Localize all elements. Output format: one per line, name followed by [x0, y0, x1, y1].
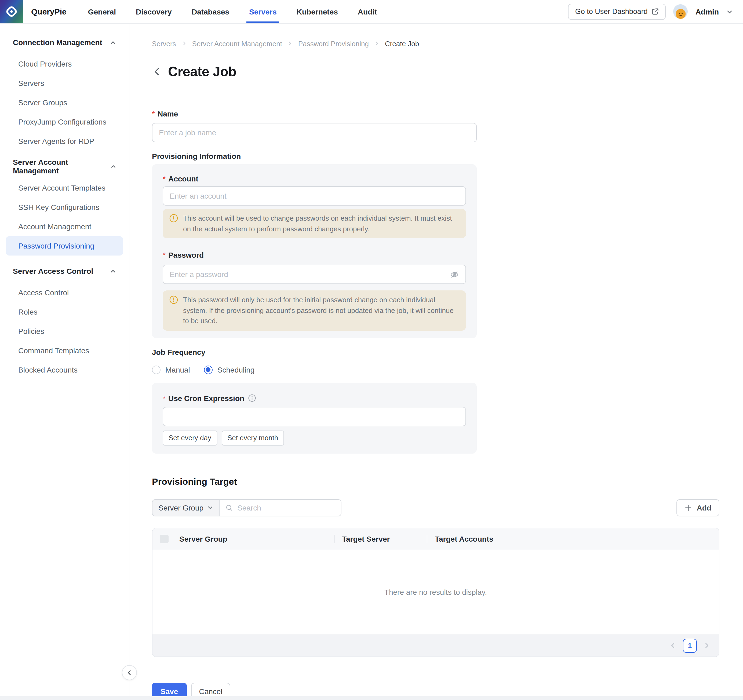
go-to-user-dashboard-label: Go to User Dashboard	[575, 7, 648, 16]
top-bar: QueryPie General Discovery Databases Ser…	[0, 0, 743, 24]
sidebar-section-server-account-management: Server Account Management Server Account…	[0, 161, 129, 256]
chevron-down-icon	[207, 505, 213, 511]
radio-option-manual[interactable]: Manual	[152, 365, 190, 374]
table-header-server-group[interactable]: Server Group	[179, 528, 334, 549]
required-asterisk: *	[152, 109, 155, 118]
table-body: There are no results to display.	[152, 550, 719, 634]
set-every-month-button[interactable]: Set every month	[222, 430, 284, 445]
sidebar-header-connection-management[interactable]: Connection Management	[0, 37, 129, 48]
radio-option-scheduling[interactable]: Scheduling	[204, 365, 255, 374]
password-label-text: Password	[168, 250, 204, 259]
sidebar-header-label: Connection Management	[13, 38, 102, 47]
main-content: Servers Server Account Management Passwo…	[130, 23, 743, 700]
topbar-divider	[77, 6, 77, 17]
nav-databases[interactable]: Databases	[192, 0, 229, 23]
sidebar-item-cloud-providers[interactable]: Cloud Providers	[6, 54, 123, 74]
page-title-row: Create Job	[152, 63, 719, 80]
sidebar-item-access-control[interactable]: Access Control	[6, 283, 123, 302]
breadcrumb: Servers Server Account Management Passwo…	[152, 38, 719, 48]
account-warning: This account will be used to change pass…	[163, 209, 466, 238]
table-pagination: 1	[152, 634, 719, 656]
radio-scheduling-label: Scheduling	[218, 365, 255, 374]
breadcrumb-password-provisioning[interactable]: Password Provisioning	[298, 40, 369, 47]
sidebar-item-server-groups[interactable]: Server Groups	[6, 93, 123, 112]
table-header-checkbox-cell	[152, 528, 179, 549]
nav-audit[interactable]: Audit	[358, 0, 377, 23]
job-name-input[interactable]	[159, 128, 470, 137]
avatar-smiley-icon	[675, 8, 687, 19]
set-every-day-button[interactable]: Set every day	[163, 430, 217, 445]
add-target-button[interactable]: Add	[676, 499, 719, 516]
go-to-user-dashboard-button[interactable]: Go to User Dashboard	[568, 3, 666, 19]
table-header-row: Server Group Target Server Target Accoun…	[152, 528, 719, 550]
radio-manual-circle[interactable]	[152, 365, 160, 374]
sidebar-header-server-account-management[interactable]: Server Account Management	[0, 161, 129, 172]
nav-servers[interactable]: Servers	[249, 0, 277, 23]
sidebar-item-roles[interactable]: Roles	[6, 302, 123, 321]
provisioning-information-heading: Provisioning Information	[152, 152, 477, 161]
breadcrumb-server-account-management[interactable]: Server Account Management	[192, 40, 282, 47]
empty-results-text: There are no results to display.	[384, 588, 487, 596]
pagination-prev-button[interactable]	[669, 642, 676, 649]
sidebar-item-blocked-accounts[interactable]: Blocked Accounts	[6, 360, 123, 379]
password-input[interactable]	[170, 270, 450, 278]
sidebar: Connection Management Cloud Providers Se…	[0, 23, 129, 696]
radio-manual-label: Manual	[165, 365, 190, 374]
sidebar-item-ssh-key-configurations[interactable]: SSH Key Configurations	[6, 198, 123, 217]
nav-kubernetes[interactable]: Kubernetes	[297, 0, 338, 23]
querypie-logo-icon	[5, 5, 18, 18]
select-all-checkbox[interactable]	[160, 534, 169, 543]
sidebar-header-server-access-control[interactable]: Server Access Control	[0, 266, 129, 277]
cancel-button[interactable]: Cancel	[191, 682, 230, 700]
target-search-input[interactable]	[237, 503, 335, 512]
breadcrumb-servers[interactable]: Servers	[152, 40, 176, 47]
cron-label-row: * Use Cron Expression	[163, 393, 466, 403]
sidebar-section-connection-management: Connection Management Cloud Providers Se…	[0, 37, 129, 151]
nav-general[interactable]: General	[88, 0, 116, 23]
sidebar-collapse-button[interactable]	[122, 665, 137, 680]
warning-circle-icon	[169, 214, 178, 223]
info-circle-icon[interactable]	[248, 394, 256, 402]
table-header-target-server[interactable]: Target Server	[334, 528, 427, 549]
account-warning-text: This account will be used to change pass…	[183, 213, 460, 234]
account-input[interactable]	[170, 192, 459, 200]
chevron-up-icon	[110, 40, 116, 45]
account-input-wrapper	[163, 186, 466, 206]
cron-expression-panel: * Use Cron Expression Set every day Set …	[152, 382, 477, 453]
form-actions: Save Cancel	[152, 682, 719, 700]
sidebar-item-password-provisioning[interactable]: Password Provisioning	[6, 236, 123, 256]
job-frequency-options: Manual Scheduling	[152, 364, 477, 375]
search-field-select[interactable]: Server Group	[152, 499, 219, 516]
sidebar-item-account-management[interactable]: Account Management	[6, 217, 123, 236]
back-button[interactable]	[152, 66, 162, 77]
nav-discovery[interactable]: Discovery	[136, 0, 172, 23]
user-menu-chevron-down-icon[interactable]	[726, 8, 733, 15]
sidebar-item-proxyjump-configurations[interactable]: ProxyJump Configurations	[6, 112, 123, 132]
pagination-next-button[interactable]	[703, 642, 710, 649]
radio-scheduling-circle[interactable]	[204, 365, 213, 374]
eye-off-icon[interactable]	[450, 270, 459, 279]
breadcrumb-separator-icon	[287, 41, 293, 46]
chevron-right-icon	[703, 642, 710, 649]
save-button[interactable]: Save	[152, 682, 186, 700]
name-input-wrapper	[152, 123, 477, 142]
table-header-target-accounts[interactable]: Target Accounts	[427, 528, 719, 549]
sidebar-item-command-templates[interactable]: Command Templates	[6, 341, 123, 360]
add-button-label: Add	[697, 503, 711, 512]
plus-icon	[684, 504, 692, 511]
chevron-left-icon	[669, 642, 676, 649]
querypie-logo[interactable]	[0, 0, 23, 23]
sidebar-item-policies[interactable]: Policies	[6, 321, 123, 341]
job-form: * Name Provisioning Information * Accoun…	[152, 109, 477, 453]
user-avatar[interactable]	[673, 4, 688, 19]
user-name[interactable]: Admin	[696, 7, 719, 16]
sidebar-item-server-account-templates[interactable]: Server Account Templates	[6, 178, 123, 198]
sidebar-item-servers[interactable]: Servers	[6, 74, 123, 93]
pagination-page-1[interactable]: 1	[683, 639, 697, 653]
back-chevron-icon	[152, 66, 162, 77]
search-field-select-label: Server Group	[158, 503, 203, 512]
cron-input-wrapper	[163, 407, 466, 426]
sidebar-item-server-agents-for-rdp[interactable]: Server Agents for RDP	[6, 132, 123, 151]
sidebar-header-label: Server Access Control	[13, 267, 93, 275]
cron-expression-input[interactable]	[163, 407, 465, 425]
